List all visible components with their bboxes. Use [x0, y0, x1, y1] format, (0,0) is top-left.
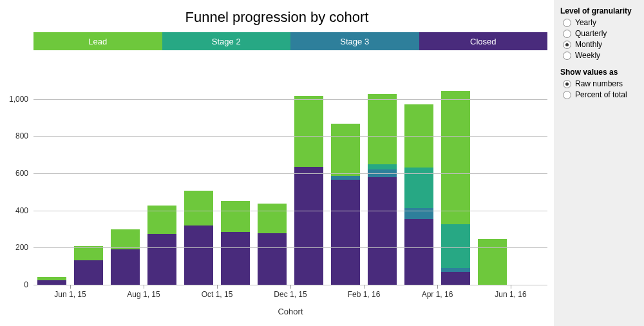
radio-option-granularity[interactable]: Yearly — [563, 18, 638, 27]
x-tick-label: Apr 1, 16 — [422, 290, 453, 299]
bar-segment-closed[interactable] — [37, 280, 66, 285]
x-tick-mark — [70, 285, 71, 289]
values-as-heading: Show values as — [560, 68, 638, 77]
bar[interactable] — [74, 192, 102, 285]
grid-line — [33, 247, 547, 248]
x-axis: Jun 1, 15Aug 1, 15Oct 1, 15Dec 1, 15Feb … — [33, 285, 547, 307]
bar-segment-lead[interactable] — [184, 191, 213, 225]
bar[interactable] — [147, 152, 176, 285]
radio-option-granularity[interactable]: Monthly — [563, 40, 638, 49]
radio-label: Quarterly — [575, 29, 607, 38]
grid-line — [33, 173, 547, 174]
radio-option-granularity[interactable]: Quarterly — [563, 29, 638, 38]
radio-icon — [563, 30, 571, 38]
radio-icon — [563, 41, 571, 49]
x-tick-label: Jun 1, 15 — [54, 290, 86, 299]
bar[interactable] — [331, 95, 359, 285]
y-tick-label: 200 — [15, 243, 33, 252]
y-tick-label: 400 — [15, 206, 33, 215]
x-tick-mark — [144, 285, 144, 289]
bar-segment-closed[interactable] — [441, 272, 469, 285]
x-tick-label: Feb 1, 16 — [348, 290, 381, 299]
bar[interactable] — [441, 77, 469, 285]
x-tick-label: Jun 1, 16 — [495, 290, 526, 299]
radio-option-values_as[interactable]: Raw numbers — [563, 79, 638, 88]
legend-label: Lead — [88, 37, 107, 46]
bar-segment-lead[interactable] — [221, 201, 249, 232]
grid-line — [33, 136, 547, 137]
radio-label: Monthly — [575, 40, 602, 49]
radio-icon — [563, 52, 571, 60]
radio-option-values_as[interactable]: Percent of total — [563, 90, 638, 99]
radio-icon — [563, 19, 571, 27]
grid-line — [33, 99, 547, 100]
bar[interactable] — [258, 150, 286, 285]
bar-segment-stage2[interactable] — [441, 224, 469, 269]
legend-item-lead[interactable]: Lead — [33, 32, 162, 50]
bar-segment-lead[interactable] — [368, 94, 396, 164]
grid-line — [33, 211, 547, 211]
bar-segment-stage2[interactable] — [368, 164, 396, 169]
x-tick-mark — [437, 285, 438, 289]
x-tick-mark — [217, 285, 218, 289]
bar[interactable] — [478, 184, 506, 285]
bar-segment-closed[interactable] — [184, 225, 213, 285]
plot-area: 02004006008001,000 — [33, 62, 547, 285]
chart-title: Funnel progression by cohort — [0, 9, 554, 26]
bar[interactable] — [111, 173, 139, 285]
bar-segment-closed[interactable] — [404, 219, 433, 285]
bar-segment-lead[interactable] — [331, 124, 359, 176]
bar[interactable] — [221, 148, 249, 285]
radio-label: Weekly — [575, 51, 600, 60]
bar-segment-lead[interactable] — [294, 96, 323, 167]
bar-segment-closed[interactable] — [221, 232, 249, 285]
legend-label: Closed — [470, 37, 496, 46]
bar[interactable] — [368, 79, 396, 285]
legend-label: Stage 2 — [212, 37, 241, 46]
bar[interactable] — [404, 84, 433, 285]
radio-option-granularity[interactable]: Weekly — [563, 51, 638, 60]
bar-segment-lead[interactable] — [258, 204, 286, 233]
bar[interactable] — [37, 244, 66, 285]
bar-segment-closed[interactable] — [111, 249, 139, 285]
bar-segment-lead[interactable] — [441, 91, 469, 224]
x-axis-label: Cohort — [33, 307, 547, 316]
legend-item-stage3[interactable]: Stage 3 — [290, 32, 419, 50]
legend: LeadStage 2Stage 3Closed — [33, 32, 547, 50]
x-tick-label: Oct 1, 15 — [202, 290, 233, 299]
granularity-heading: Level of granularity — [560, 6, 638, 15]
bar[interactable] — [294, 79, 323, 285]
bar-segment-lead[interactable] — [478, 239, 506, 285]
radio-label: Yearly — [575, 18, 596, 27]
bar-segment-closed[interactable] — [368, 177, 396, 285]
bar-segment-closed[interactable] — [258, 233, 286, 285]
x-tick-mark — [511, 285, 511, 289]
bar-segment-closed[interactable] — [294, 167, 323, 285]
bar[interactable] — [184, 140, 213, 285]
bar-segment-closed[interactable] — [147, 234, 176, 285]
legend-item-stage2[interactable]: Stage 2 — [162, 32, 291, 50]
controls-panel: Level of granularity YearlyQuarterlyMont… — [554, 0, 644, 326]
x-tick-mark — [290, 285, 291, 289]
x-tick-mark — [364, 285, 365, 289]
bar-segment-closed[interactable] — [74, 260, 102, 285]
y-tick-label: 800 — [15, 131, 33, 140]
y-tick-label: 600 — [15, 169, 33, 178]
radio-label: Percent of total — [575, 90, 627, 99]
x-tick-label: Aug 1, 15 — [127, 290, 160, 299]
radio-icon — [563, 80, 571, 88]
x-tick-label: Dec 1, 15 — [274, 290, 307, 299]
bar-segment-lead[interactable] — [111, 229, 139, 250]
bar-segment-stage3[interactable] — [404, 208, 433, 219]
y-tick-label: 1,000 — [9, 95, 33, 104]
radio-icon — [563, 91, 571, 99]
bar-segment-closed[interactable] — [331, 180, 359, 285]
radio-label: Raw numbers — [575, 79, 623, 88]
y-tick-label: 0 — [24, 280, 33, 289]
legend-label: Stage 3 — [340, 37, 369, 46]
legend-item-closed[interactable]: Closed — [419, 32, 548, 50]
